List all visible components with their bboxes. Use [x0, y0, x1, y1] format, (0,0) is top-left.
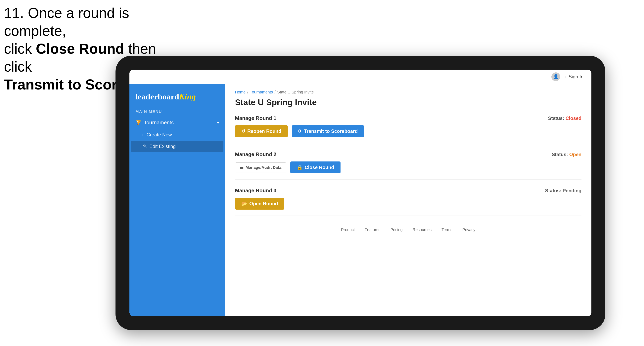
round-1-status-value: Closed — [566, 116, 582, 121]
main-area: leaderboardKing MAIN MENU 🏆 Tournaments … — [130, 84, 592, 316]
list-icon: ☰ — [240, 165, 244, 170]
round-2-status-value: Open — [569, 152, 582, 157]
logo: leaderboardKing — [136, 92, 219, 101]
round-1-section: Manage Round 1 Status: Closed ↺ Reopen R… — [235, 115, 582, 143]
footer-pricing[interactable]: Pricing — [390, 227, 403, 232]
chevron-down-icon: ▾ — [217, 120, 219, 125]
reopen-icon: ↺ — [241, 129, 245, 134]
reopen-round-button[interactable]: ↺ Reopen Round — [235, 125, 288, 137]
breadcrumb: Home / Tournaments / State U Spring Invi… — [235, 90, 582, 94]
instruction-line1: 11. Once a round is complete, — [4, 4, 183, 40]
logo-area: leaderboardKing — [130, 88, 225, 107]
round-2-section: Manage Round 2 Status: Open ☰ Manage/Aud… — [235, 151, 582, 179]
close-round-button[interactable]: 🔒 Close Round — [290, 162, 340, 173]
breadcrumb-home[interactable]: Home — [235, 90, 246, 94]
round-1-status: Status: Closed — [548, 116, 582, 121]
sidebar-sub-item-create-new[interactable]: + Create New — [130, 129, 225, 140]
round-2-actions: ☰ Manage/Audit Data 🔒 Close Round — [235, 162, 582, 173]
page-title: State U Spring Invite — [235, 98, 582, 107]
sidebar-sub-item-edit-existing[interactable]: ✎ Edit Existing — [131, 141, 224, 152]
round-3-header: Manage Round 3 Status: Pending — [235, 187, 582, 194]
sign-in-arrow-icon: → — [562, 74, 567, 80]
sign-in-area: 👤 → Sign In — [552, 72, 584, 81]
round-3-title: Manage Round 3 — [235, 187, 276, 194]
sidebar: leaderboardKing MAIN MENU 🏆 Tournaments … — [130, 84, 225, 316]
round-2-title: Manage Round 2 — [235, 151, 276, 158]
footer-product[interactable]: Product — [341, 227, 355, 232]
plus-icon: + — [142, 132, 144, 138]
content-area: Home / Tournaments / State U Spring Invi… — [225, 84, 592, 316]
sidebar-item-tournaments[interactable]: 🏆 Tournaments ▾ — [130, 116, 225, 129]
round-2-status: Status: Open — [552, 152, 582, 157]
round-3-actions: 📂 Open Round — [235, 198, 582, 210]
breadcrumb-current: State U Spring Invite — [277, 90, 314, 94]
breadcrumb-sep2: / — [274, 90, 276, 94]
trophy-icon: 🏆 — [136, 120, 142, 126]
avatar: 👤 — [552, 72, 560, 81]
round-3-status-value: Pending — [562, 188, 582, 193]
footer-terms[interactable]: Terms — [442, 227, 452, 232]
folder-icon: 📂 — [241, 201, 247, 206]
round-3-status: Status: Pending — [545, 188, 582, 193]
round-3-section: Manage Round 3 Status: Pending 📂 Open Ro… — [235, 187, 582, 216]
open-round-button[interactable]: 📂 Open Round — [235, 198, 284, 210]
round-2-header: Manage Round 2 Status: Open — [235, 151, 582, 158]
transmit-to-scoreboard-button[interactable]: ✈ Transmit to Scoreboard — [292, 125, 364, 137]
footer-privacy[interactable]: Privacy — [462, 227, 476, 232]
footer-features[interactable]: Features — [365, 227, 380, 232]
top-bar: 👤 → Sign In — [130, 70, 592, 84]
tablet-device: 👤 → Sign In leaderboardKing MAIN MENU 🏆 — [116, 56, 605, 330]
sign-in-button[interactable]: → Sign In — [562, 74, 584, 80]
round-1-title: Manage Round 1 — [235, 115, 276, 121]
breadcrumb-sep1: / — [247, 90, 248, 94]
tablet-screen: 👤 → Sign In leaderboardKing MAIN MENU 🏆 — [130, 70, 592, 316]
breadcrumb-tournaments[interactable]: Tournaments — [250, 90, 273, 94]
edit-icon: ✎ — [143, 144, 147, 149]
footer-resources[interactable]: Resources — [412, 227, 432, 232]
round-1-header: Manage Round 1 Status: Closed — [235, 115, 582, 121]
lock-icon: 🔒 — [297, 165, 303, 170]
transmit-icon: ✈ — [298, 129, 302, 134]
manage-audit-data-button[interactable]: ☰ Manage/Audit Data — [235, 163, 286, 173]
footer: Product Features Pricing Resources Terms… — [235, 224, 582, 236]
round-1-actions: ↺ Reopen Round ✈ Transmit to Scoreboard — [235, 125, 582, 137]
main-menu-label: MAIN MENU — [130, 107, 225, 116]
